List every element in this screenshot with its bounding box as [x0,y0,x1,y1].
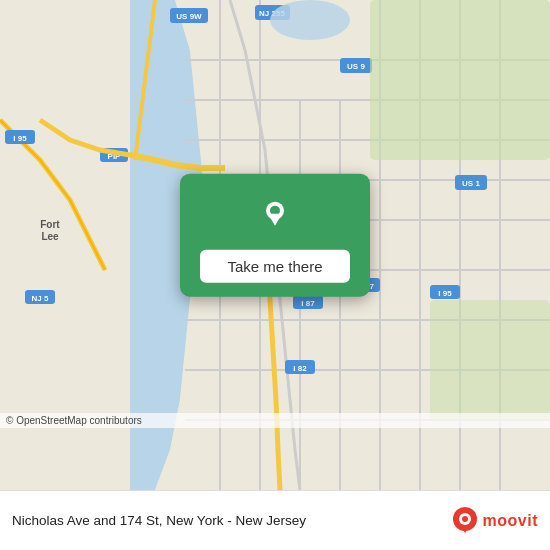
svg-point-56 [462,516,468,522]
svg-rect-48 [430,300,550,420]
svg-text:US 9: US 9 [347,62,365,71]
location-pin-icon [253,192,297,236]
copyright-text: © OpenStreetMap contributors [6,415,142,426]
moovit-icon [451,507,479,535]
svg-text:Lee: Lee [41,231,59,242]
svg-rect-47 [370,0,550,160]
take-me-there-button[interactable]: Take me there [200,250,350,283]
moovit-logo: moovit [451,507,538,535]
svg-text:I 87: I 87 [301,299,315,308]
svg-text:US 1: US 1 [462,179,480,188]
location-label: Nicholas Ave and 174 St, New York - New … [12,513,441,528]
svg-text:I 95: I 95 [438,289,452,298]
svg-text:Fort: Fort [40,219,60,230]
moovit-brand-text: moovit [483,512,538,530]
bottom-bar: Nicholas Ave and 174 St, New York - New … [0,490,550,550]
svg-text:I 95: I 95 [13,134,27,143]
copyright-notice: © OpenStreetMap contributors [0,413,550,428]
svg-text:US 9W: US 9W [176,12,202,21]
svg-text:I 82: I 82 [293,364,307,373]
svg-point-49 [270,0,350,40]
action-card: Take me there [180,174,370,297]
svg-text:NJ 5: NJ 5 [32,294,49,303]
map-view: I 95 NJ 5 US 9W PIP Fort Lee [0,0,550,490]
